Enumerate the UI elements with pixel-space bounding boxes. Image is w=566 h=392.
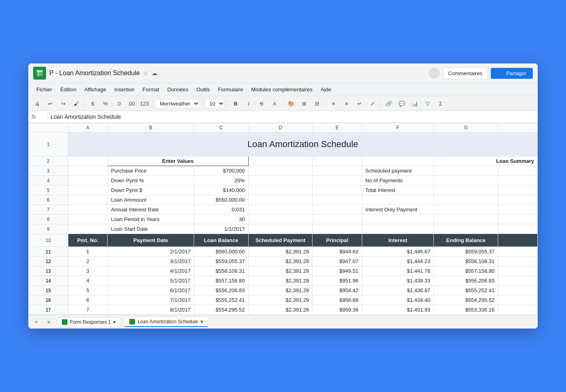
- row-8: 8 Loan Period in Years 30: [29, 215, 538, 224]
- date-1: 2/1/2017: [108, 247, 194, 257]
- cell-c6[interactable]: $560,000.00: [194, 195, 248, 205]
- wrap-button[interactable]: ↵: [354, 98, 365, 109]
- filter-button[interactable]: ▽: [422, 98, 433, 109]
- cell-h4: [498, 176, 538, 185]
- col-header-G[interactable]: G: [434, 123, 498, 133]
- menu-format[interactable]: Format: [139, 85, 163, 94]
- cell-c4[interactable]: 20%: [194, 176, 248, 185]
- font-color-button[interactable]: A: [269, 98, 280, 109]
- cell-c5[interactable]: $140,000: [194, 185, 248, 195]
- spreadsheet-title: Loan Amortization Schedule: [68, 133, 537, 156]
- formula-bar: fx Loan Amortization Schedule: [28, 111, 538, 123]
- italic-button[interactable]: I: [243, 98, 254, 109]
- col-header-D[interactable]: D: [248, 123, 313, 133]
- row-num-13: 13: [29, 266, 68, 276]
- comments-button[interactable]: Commentaires: [443, 67, 488, 79]
- header-extra: [498, 234, 538, 247]
- add-sheet-button[interactable]: +: [32, 318, 41, 327]
- row-7: 7 Annual Interest Rate 0.031 Interest On…: [29, 205, 538, 215]
- rotate-button[interactable]: ⤢: [367, 98, 378, 109]
- menu-affichage[interactable]: Affichage: [81, 85, 110, 94]
- paint-format-button[interactable]: 🖌: [70, 98, 82, 109]
- menu-aide[interactable]: Aide: [317, 85, 334, 94]
- divider-7: [380, 99, 381, 107]
- align-center-button[interactable]: ≡: [341, 98, 352, 109]
- undo-button[interactable]: ↩: [44, 98, 56, 109]
- col-header-E[interactable]: E: [313, 123, 362, 133]
- fill-color-button[interactable]: 🎨: [285, 98, 297, 109]
- divider-2: [152, 99, 153, 107]
- menu-formulaire[interactable]: Formulaire: [215, 85, 246, 94]
- extra-4: [498, 276, 538, 286]
- print-button[interactable]: 🖨: [32, 98, 43, 109]
- header-loan-balance: Loan Balance: [194, 234, 248, 247]
- balance-7: $554,295.52: [194, 305, 248, 315]
- cell-f9: [362, 224, 434, 234]
- cell-f5: Total Interest: [362, 185, 434, 195]
- cell-c7[interactable]: 0.031: [194, 205, 248, 215]
- row-num-2: 2: [29, 156, 68, 166]
- star-icon[interactable]: ☆: [143, 70, 148, 76]
- cell-c9[interactable]: 1/1/2017: [194, 224, 248, 234]
- extra-6: [498, 295, 538, 305]
- sheet-list-button[interactable]: ≡: [44, 318, 53, 327]
- merge-button[interactable]: ⊟: [311, 98, 323, 109]
- row-4: 4 Down Pymt % 20% No of Payments: [29, 176, 538, 185]
- row-3: 3 Purchase Price $700,000 Scheduled paym…: [29, 166, 538, 176]
- cell-b8: Loan Period in Years: [108, 215, 194, 224]
- menu-donnees[interactable]: Données: [164, 85, 192, 94]
- currency-button[interactable]: $: [87, 98, 98, 109]
- comment-button[interactable]: 💬: [396, 98, 408, 109]
- col-header-A[interactable]: A: [68, 123, 108, 133]
- payment-1: $2,391.29: [248, 247, 313, 257]
- function-button[interactable]: Σ: [435, 98, 446, 109]
- row-1: 1 Loan Amortization Schedule: [29, 133, 538, 156]
- balance-6: $555,252.41: [194, 295, 248, 305]
- row-16: 16 6 7/1/2017 $555,252.41 $2,391.29 $956…: [29, 295, 538, 305]
- menu-fichier[interactable]: Fichier: [33, 85, 55, 94]
- interest-2: $1,444.23: [362, 257, 434, 266]
- percent-button[interactable]: %: [100, 98, 111, 109]
- redo-button[interactable]: ↪: [57, 98, 69, 109]
- menu-insertion[interactable]: Insertion: [111, 85, 138, 94]
- font-selector[interactable]: Merriweather: [155, 99, 200, 108]
- menu-outils[interactable]: Outils: [193, 85, 213, 94]
- borders-button[interactable]: ⊞: [298, 98, 310, 109]
- row-num-10: 10: [29, 234, 68, 247]
- cell-g3: [434, 166, 498, 176]
- align-left-button[interactable]: ≡: [328, 98, 339, 109]
- strikethrough-button[interactable]: S: [256, 98, 267, 109]
- link-button[interactable]: 🔗: [383, 98, 395, 109]
- share-button[interactable]: 👤 Partager: [491, 68, 533, 79]
- row-num-15: 15: [29, 286, 68, 295]
- decimal-inc-button[interactable]: .00: [126, 98, 137, 109]
- payment-7: $2,391.29: [248, 305, 313, 315]
- cell-c3[interactable]: $700,000: [194, 166, 248, 176]
- row-num-4: 4: [29, 176, 68, 185]
- menu-modules[interactable]: Modules complémentaires: [248, 85, 316, 94]
- font-size-selector[interactable]: 10: [205, 99, 225, 108]
- pmt-4: 4: [68, 276, 108, 286]
- col-header-C[interactable]: C: [194, 123, 248, 133]
- sheet-tab-amortization[interactable]: Loan Amortization Schedule ▾: [124, 317, 208, 327]
- col-header-F[interactable]: F: [362, 123, 434, 133]
- sheet-tab-dropdown-1[interactable]: ▾: [113, 319, 116, 325]
- menu-edition[interactable]: Édition: [57, 85, 80, 94]
- cell-d6: [248, 195, 313, 205]
- sheet-tab-dropdown-2[interactable]: ▾: [201, 319, 203, 325]
- formula-content[interactable]: Loan Amortization Schedule: [51, 114, 534, 120]
- divider-4: [227, 99, 228, 107]
- divider-3: [202, 99, 203, 107]
- cell-c8[interactable]: 30: [194, 215, 248, 224]
- decimal-dec-button[interactable]: .0: [113, 98, 124, 109]
- date-5: 6/1/2017: [108, 286, 194, 295]
- chart-button[interactable]: 📊: [409, 98, 420, 109]
- sheet-tab-form-responses[interactable]: Form Responses 1 ▾: [57, 317, 121, 327]
- row-6: 6 Loan Ammount $560,000.00: [29, 195, 538, 205]
- bottom-tab-bar: + ≡ Form Responses 1 ▾ Loan Amortization…: [28, 315, 538, 329]
- balance-1: $560,000.00: [194, 247, 248, 257]
- col-header-B[interactable]: B: [108, 123, 194, 133]
- balance-4: $557,158.80: [194, 276, 248, 286]
- format-number-button[interactable]: 123: [139, 98, 150, 109]
- bold-button[interactable]: B: [230, 98, 241, 109]
